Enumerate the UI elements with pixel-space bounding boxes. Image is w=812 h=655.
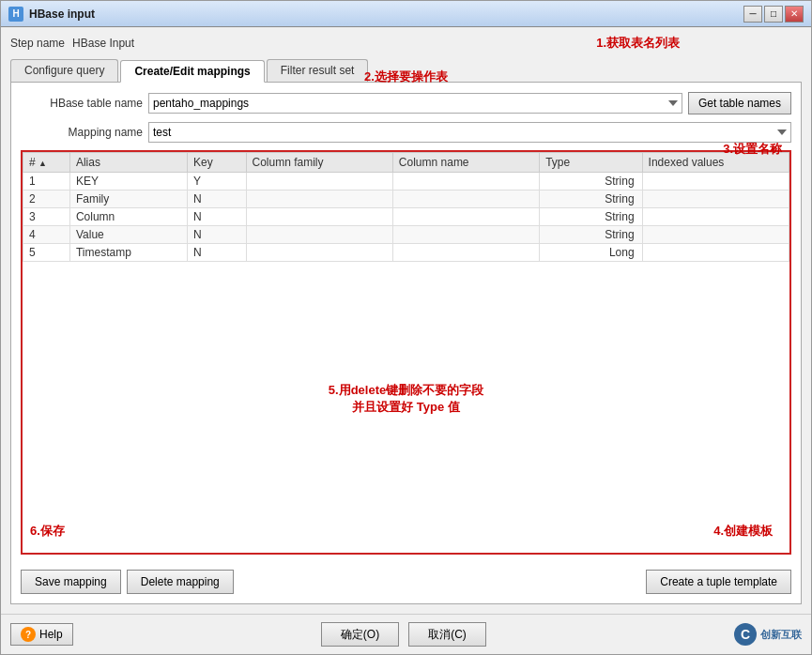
cell-colname: [392, 226, 539, 244]
table-row[interactable]: 5 Timestamp N Long: [23, 244, 789, 262]
cell-indexed: [642, 244, 789, 262]
cell-key: N: [187, 226, 246, 244]
cell-colname: [392, 244, 539, 262]
brand-icon: C: [734, 623, 757, 646]
cell-indexed: [642, 226, 789, 244]
col-header-num: # ▲: [23, 153, 70, 173]
window-title: HBase input: [29, 8, 743, 21]
save-mapping-button[interactable]: Save mapping: [21, 570, 121, 594]
mapping-name-row: Mapping name test: [21, 122, 791, 143]
cell-family: [246, 244, 392, 262]
mappings-table: # ▲ Alias Key Column family Column name …: [23, 152, 789, 262]
cell-num: 4: [23, 226, 70, 244]
window-icon: H: [8, 7, 23, 22]
cell-key: N: [187, 208, 246, 226]
cell-num: 3: [23, 208, 70, 226]
col-header-key: Key: [187, 153, 246, 173]
annotation-6-text: 6.保存: [30, 523, 65, 540]
table-name-row: HBase table name pentaho_mappings Get ta…: [21, 92, 791, 114]
table-row[interactable]: 1 KEY Y String: [23, 173, 789, 190]
main-panel: 3.设置名称 HBase table name pentaho_mappings…: [10, 82, 802, 604]
brand-logo: C 创新互联: [734, 623, 802, 646]
table-name-select[interactable]: pentaho_mappings: [148, 93, 682, 114]
get-table-names-button[interactable]: Get table names: [688, 92, 791, 114]
col-header-family: Column family: [246, 153, 392, 173]
help-button[interactable]: ? Help: [10, 623, 73, 646]
cell-num: 2: [23, 190, 70, 208]
cell-num: 5: [23, 244, 70, 262]
save-mapping-wrapper: 6.保存 Save mapping: [21, 570, 121, 594]
mapping-name-select[interactable]: test: [148, 122, 791, 143]
step-name-value: HBase Input: [72, 37, 134, 50]
tab-create-edit-mappings[interactable]: Create/Edit mappings: [120, 60, 264, 83]
footer-center: 确定(O) 取消(C): [321, 622, 486, 647]
tabs-container: Configure query Create/Edit mappings Fil…: [10, 59, 802, 82]
main-window: H HBase input ─ □ ✕ 1.获取表名列表 Step name H…: [0, 0, 812, 655]
cell-alias: Column: [69, 208, 187, 226]
cell-indexed: [642, 208, 789, 226]
footer-left: ? Help: [10, 623, 73, 646]
footer: ? Help 确定(O) 取消(C) C 创新互联: [1, 614, 811, 654]
confirm-button[interactable]: 确定(O): [321, 622, 399, 647]
col-header-colname: Column name: [392, 153, 539, 173]
cell-type: String: [540, 208, 642, 226]
cell-alias: Timestamp: [69, 244, 187, 262]
step-name-label: Step name: [10, 37, 65, 50]
minimize-button[interactable]: ─: [743, 6, 762, 23]
cell-type: String: [540, 190, 642, 208]
cancel-button[interactable]: 取消(C): [408, 622, 486, 647]
table-name-label: HBase table name: [21, 97, 143, 110]
bottom-right-buttons: 4.创建模板 Create a tuple template: [646, 570, 791, 594]
tab-configure-query[interactable]: Configure query: [10, 59, 118, 82]
cell-key: N: [187, 244, 246, 262]
cell-family: [246, 190, 392, 208]
cell-family: [246, 173, 392, 190]
cell-family: [246, 226, 392, 244]
mappings-table-container: # ▲ Alias Key Column family Column name …: [21, 150, 791, 555]
window-controls: ─ □ ✕: [743, 6, 804, 23]
cell-alias: Value: [69, 226, 187, 244]
help-icon: ?: [21, 627, 36, 642]
cell-family: [246, 208, 392, 226]
maximize-button[interactable]: □: [764, 6, 783, 23]
table-header-row: # ▲ Alias Key Column family Column name …: [23, 153, 789, 173]
cell-alias: KEY: [69, 173, 187, 190]
cell-key: Y: [187, 173, 246, 190]
delete-mapping-button[interactable]: Delete mapping: [127, 570, 234, 594]
cell-indexed: [642, 173, 789, 190]
cell-colname: [392, 208, 539, 226]
bottom-left-buttons: 6.保存 Save mapping Delete mapping: [21, 570, 234, 594]
cell-colname: [392, 173, 539, 190]
bottom-buttons-row: 6.保存 Save mapping Delete mapping 4.创建模板 …: [21, 562, 791, 594]
create-tuple-template-button[interactable]: Create a tuple template: [646, 570, 791, 594]
cell-type: String: [540, 173, 642, 190]
cell-indexed: [642, 190, 789, 208]
footer-right: C 创新互联: [734, 623, 802, 646]
annotation-4-text: 4.创建模板: [713, 523, 773, 540]
cell-num: 1: [23, 173, 70, 190]
mapping-name-label: Mapping name: [21, 126, 143, 139]
table-body: 1 KEY Y String 2 Family N String 3 Colum…: [23, 173, 789, 262]
title-bar: H HBase input ─ □ ✕: [1, 1, 811, 27]
table-row[interactable]: 2 Family N String: [23, 190, 789, 208]
col-header-indexed: Indexed values: [642, 153, 789, 173]
step-name-row: Step name HBase Input: [10, 37, 802, 50]
close-button[interactable]: ✕: [785, 6, 804, 23]
cell-type: String: [540, 226, 642, 244]
content-area: 1.获取表名列表 Step name HBase Input 2.选择要操作表 …: [1, 27, 811, 614]
cell-colname: [392, 190, 539, 208]
cell-alias: Family: [69, 190, 187, 208]
cell-key: N: [187, 190, 246, 208]
cell-type: Long: [540, 244, 642, 262]
table-row[interactable]: 4 Value N String: [23, 226, 789, 244]
col-header-type: Type: [540, 153, 642, 173]
table-row[interactable]: 3 Column N String: [23, 208, 789, 226]
tab-filter-result-set[interactable]: Filter result set: [267, 59, 369, 82]
col-header-alias: Alias: [69, 153, 187, 173]
